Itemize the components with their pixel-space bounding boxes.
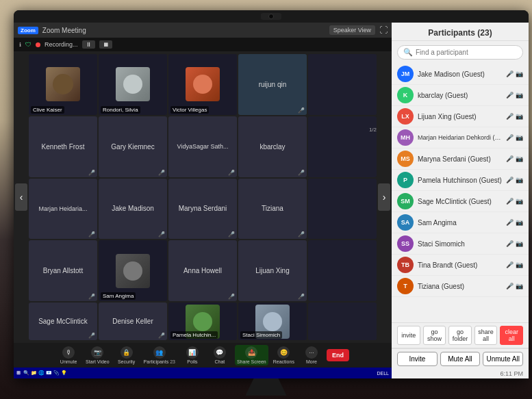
- marjan-mute-p-icon: 🎤: [506, 134, 514, 141]
- video-cell-empty5: [308, 303, 377, 340]
- maryna-mute-icon: 🎤: [228, 231, 235, 237]
- video-cell-kbarclay[interactable]: kbarclay 🎤: [238, 116, 307, 177]
- denise-name-display: Denise Keller: [111, 316, 154, 326]
- invite-action-button[interactable]: invite: [397, 326, 420, 345]
- speaker-view-button[interactable]: Speaker View: [329, 25, 375, 35]
- search-input[interactable]: [416, 49, 517, 56]
- unmute-all-button[interactable]: Unmute All: [483, 352, 523, 366]
- clear-all-button[interactable]: clear all: [500, 326, 523, 345]
- marjan-avatar: MH: [397, 129, 414, 146]
- video-cell-rondori[interactable]: Rondori, Silvia: [99, 54, 167, 115]
- video-cell-jake[interactable]: Jake Madison 🎤: [99, 179, 167, 240]
- video-cell-pamela[interactable]: Pamela Hutchin...: [168, 303, 237, 340]
- recording-bar: ℹ 🛡 Recording... ⏸ ⏹: [14, 38, 392, 51]
- sage-mute-p-icon: 🎤: [506, 198, 514, 205]
- chat-button[interactable]: 💬 Chat: [207, 345, 232, 365]
- participant-row-kbarclay[interactable]: K kbarclay (Guest) 🎤 📷: [392, 85, 529, 106]
- video-cell-tiziana[interactable]: Tiziana 🎤: [238, 179, 307, 240]
- more-button[interactable]: ··· More: [299, 345, 324, 365]
- start-button[interactable]: ⊞: [16, 370, 21, 376]
- video-cell-sage[interactable]: Sage McClintick 🎤: [29, 303, 97, 340]
- marjan-p-name: Marjan Heidarian Dehkordi (Guest): [418, 134, 502, 141]
- video-cell-marjan[interactable]: Marjan Heidaria... 🎤: [29, 179, 97, 240]
- rondori-name: Rondori, Silvia: [101, 106, 140, 114]
- reactions-icon: 😊: [277, 346, 290, 359]
- lijuan-p-name: Lijuan Xing (Guest): [418, 113, 502, 120]
- next-page-button[interactable]: ›: [378, 183, 390, 211]
- start-video-button[interactable]: 📷 Start Video: [84, 345, 112, 365]
- chat-icon: 💬: [214, 346, 226, 359]
- marjan-mute-icon: 🎤: [88, 231, 95, 237]
- kbarclay-icons: 🎤 📷: [506, 92, 523, 99]
- share-all-button[interactable]: share all: [474, 326, 498, 345]
- video-cell-denise[interactable]: Denise Keller 🎤: [99, 303, 167, 340]
- video-cell-empty4: [308, 240, 377, 301]
- go-folder-button[interactable]: go folder: [448, 326, 472, 345]
- tina-avatar: TB: [397, 257, 414, 273]
- video-cell-ruijun[interactable]: ruijun qin 🎤: [238, 54, 307, 115]
- video-cell-sam[interactable]: Sam Angima: [99, 240, 167, 301]
- participant-row-tiziana[interactable]: T Tiziana (Guest) 🎤 📷: [392, 276, 529, 297]
- participant-row-sage[interactable]: SM Sage McClintick (Guest) 🎤 📷: [392, 191, 529, 212]
- clive-name: Clive Kaiser: [31, 106, 64, 114]
- zoom-area: Zoom Zoom Meeting Speaker View ⛶ ℹ 🛡 Rec…: [14, 23, 392, 378]
- fullscreen-button[interactable]: ⛶: [379, 25, 388, 35]
- video-cell-empty1: [308, 54, 377, 115]
- video-cell-kenneth[interactable]: Kenneth Frost 🎤: [29, 116, 97, 177]
- staci-mute-p-icon: 🎤: [506, 240, 514, 247]
- staci-avatar: SS: [397, 235, 414, 252]
- polls-button[interactable]: 📊 Polls: [180, 345, 205, 365]
- share-screen-button[interactable]: 📤 Share Screen: [235, 345, 268, 365]
- mute-all-button[interactable]: Mute All: [440, 352, 481, 366]
- kenneth-mute-icon: 🎤: [88, 170, 95, 176]
- pamela-icons: 🎤 📷: [506, 177, 523, 183]
- pause-button[interactable]: ⏸: [82, 40, 95, 49]
- anna-name-display: Anna Howell: [182, 266, 223, 276]
- participant-row-marjan[interactable]: MH Marjan Heidarian Dehkordi (Guest) 🎤 📷: [392, 127, 529, 149]
- pamela-name: Pamela Hutchin...: [170, 331, 218, 339]
- unmute-button[interactable]: 🎙 Unmute: [56, 345, 81, 365]
- victor-video: [186, 67, 220, 101]
- video-cell-staci[interactable]: Staci Simomich: [238, 303, 307, 340]
- participant-row-maryna[interactable]: MS Maryna Serdani (Guest) 🎤 📷: [392, 149, 529, 170]
- participant-row-lijuan[interactable]: LX Lijuan Xing (Guest) 🎤 📷: [392, 106, 529, 127]
- windows-taskbar: ⊞ 🔍 📁 🌐 📧 📎 💡 DELL: [14, 368, 392, 378]
- shield-icon: 🛡: [25, 41, 31, 48]
- video-cell-gary[interactable]: Gary Kiemnec 🎤: [99, 116, 167, 177]
- participant-row-jake[interactable]: JM Jake Madison (Guest) 🎤 📷: [392, 64, 529, 85]
- participants-panel: Participants (23) 🔍 JM Jake Madison (Gue…: [392, 23, 529, 378]
- unmute-icon: 🎙: [62, 346, 75, 359]
- sage-mute-icon: 🎤: [88, 333, 95, 339]
- monitor: Zoom Zoom Meeting Speaker View ⛶ ℹ 🛡 Rec…: [14, 10, 529, 378]
- stop-button[interactable]: ⏹: [99, 40, 112, 49]
- video-cell-clive[interactable]: Clive Kaiser: [29, 54, 97, 115]
- staci-video-p-icon: 📷: [516, 240, 523, 247]
- participant-row-staci[interactable]: SS Staci Simomich 🎤 📷: [392, 233, 529, 255]
- tiziana-icons: 🎤 📷: [506, 283, 523, 289]
- video-cell-anna[interactable]: Anna Howell 🎤: [168, 240, 237, 301]
- bryan-name-display: Bryan Allstott: [42, 266, 84, 276]
- video-cell-victor[interactable]: Victor Villegas: [168, 54, 237, 115]
- go-show-button[interactable]: go show: [423, 326, 446, 345]
- prev-page-button[interactable]: ‹: [15, 183, 27, 211]
- participant-row-tina[interactable]: TB Tina Brandt (Guest) 🎤 📷: [392, 255, 529, 276]
- invite-big-button[interactable]: Invite: [397, 352, 438, 366]
- participants-list: JM Jake Madison (Guest) 🎤 📷 K kbarclay (…: [392, 64, 529, 322]
- taskbar-time: DELL: [377, 371, 389, 376]
- tina-icons: 🎤 📷: [506, 261, 523, 268]
- participant-count: 23: [170, 359, 175, 364]
- zoom-logo: Zoom: [18, 27, 38, 34]
- lijuan-mute-p-icon: 🎤: [506, 113, 514, 120]
- video-cell-vidya[interactable]: VidyaSagar Sath... 🎤: [168, 116, 237, 177]
- video-grid-container: ‹ Clive Kaiser Rondori, Silvia: [14, 51, 392, 343]
- participants-button[interactable]: 👥 Participants 23: [142, 345, 177, 365]
- security-button[interactable]: 🔒 Security: [114, 345, 139, 365]
- video-cell-lijuan[interactable]: Lijuan Xing 🎤: [238, 240, 307, 301]
- lijuan-video-p-icon: 📷: [516, 113, 523, 120]
- end-button[interactable]: End: [327, 349, 349, 361]
- participant-row-pamela[interactable]: P Pamela Hutchinson (Guest) 🎤 📷: [392, 170, 529, 191]
- video-cell-bryan[interactable]: Bryan Allstott 🎤: [29, 240, 97, 301]
- reactions-button[interactable]: 😊 Reactions: [271, 345, 296, 365]
- video-cell-maryna[interactable]: Maryna Serdani 🎤: [168, 179, 237, 240]
- participant-row-sam[interactable]: SA Sam Angima 🎤 📷: [392, 212, 529, 233]
